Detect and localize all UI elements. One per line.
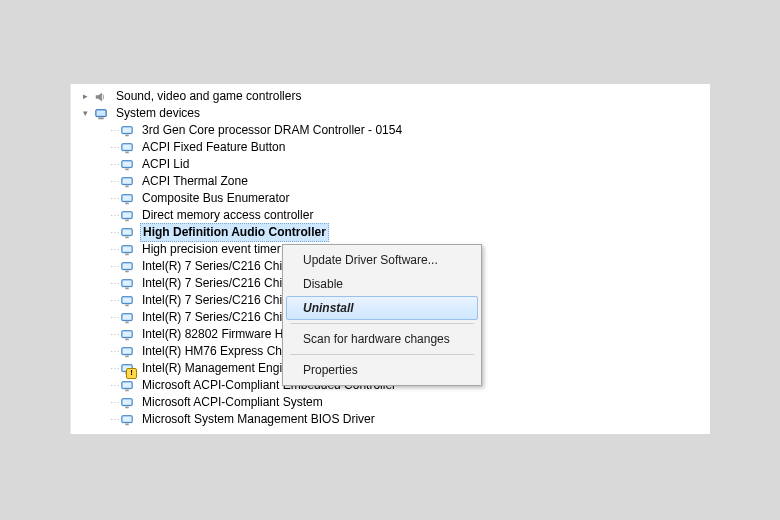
tree-connector: ⋯ [109, 275, 119, 292]
device-icon [119, 378, 135, 394]
svg-rect-19 [123, 212, 132, 217]
menu-item[interactable]: Uninstall [286, 296, 478, 320]
tree-connector: ⋯ [109, 241, 119, 258]
svg-rect-31 [123, 280, 132, 285]
svg-rect-7 [123, 144, 132, 149]
svg-rect-25 [123, 246, 132, 251]
tree-item-label: ACPI Thermal Zone [139, 173, 251, 190]
expander-icon[interactable]: ▸ [79, 91, 91, 103]
tree-connector: ⋯ [109, 411, 119, 428]
tree-item-label: Direct memory access controller [139, 207, 316, 224]
tree-connector: ⋯ [109, 292, 119, 309]
menu-item[interactable]: Scan for hardware changes [286, 327, 478, 351]
device-icon [119, 327, 135, 343]
device-icon [119, 157, 135, 173]
svg-rect-40 [123, 331, 132, 336]
menu-item[interactable]: Update Driver Software... [286, 248, 478, 272]
menu-item[interactable]: Disable [286, 272, 478, 296]
tree-item-label: 3rd Gen Core processor DRAM Controller -… [139, 122, 405, 139]
tree-item-label: System devices [113, 105, 203, 122]
menu-separator [290, 323, 474, 324]
context-menu[interactable]: Update Driver Software...DisableUninstal… [282, 244, 482, 386]
device-icon [119, 276, 135, 292]
tree-item[interactable]: ⋯Microsoft ACPI-Compliant System [71, 394, 710, 411]
tree-item[interactable]: ⋯Microsoft System Management BIOS Driver [71, 411, 710, 428]
svg-rect-35 [125, 304, 129, 306]
tree-connector: ⋯ [109, 394, 119, 411]
tree-item-label: Microsoft System Management BIOS Driver [139, 411, 378, 428]
svg-rect-10 [123, 161, 132, 166]
tree-connector: ⋯ [109, 173, 119, 190]
svg-rect-52 [123, 399, 132, 404]
svg-rect-28 [123, 263, 132, 268]
tree-connector: ⋯ [109, 377, 119, 394]
device-icon [119, 412, 135, 428]
svg-rect-26 [125, 253, 129, 255]
device-icon [119, 123, 135, 139]
tree-item[interactable]: ⋯ACPI Lid [71, 156, 710, 173]
tree-item[interactable]: ⋯Direct memory access controller [71, 207, 710, 224]
svg-rect-32 [125, 287, 129, 289]
svg-rect-50 [125, 389, 129, 391]
tree-connector: ⋯ [109, 207, 119, 224]
svg-rect-41 [125, 338, 129, 340]
tree-item[interactable]: ⋯High Definition Audio Controller [71, 224, 710, 241]
tree-connector: ⋯ [109, 326, 119, 343]
svg-rect-1 [97, 110, 106, 115]
tree-connector: ⋯ [109, 190, 119, 207]
svg-rect-47 [125, 372, 129, 374]
device-icon [119, 140, 135, 156]
svg-rect-44 [125, 355, 129, 357]
svg-rect-37 [123, 314, 132, 319]
svg-rect-17 [125, 202, 129, 204]
device-icon [119, 310, 135, 326]
tree-connector: ⋯ [109, 122, 119, 139]
svg-rect-11 [125, 168, 129, 170]
device-icon [119, 293, 135, 309]
svg-rect-5 [125, 134, 129, 136]
tree-connector: ⋯ [109, 360, 119, 377]
svg-rect-20 [125, 219, 129, 221]
svg-rect-16 [123, 195, 132, 200]
svg-rect-53 [125, 406, 129, 408]
device-icon [119, 242, 135, 258]
device-icon [119, 344, 135, 360]
svg-rect-23 [125, 236, 129, 238]
svg-rect-55 [123, 416, 132, 421]
tree-item[interactable]: ⋯Composite Bus Enumerator [71, 190, 710, 207]
svg-rect-46 [123, 365, 132, 370]
expander-icon[interactable]: ▾ [79, 108, 91, 120]
svg-rect-22 [123, 229, 132, 234]
menu-item[interactable]: Properties [286, 358, 478, 382]
tree-connector: ⋯ [109, 224, 119, 241]
tree-connector: ⋯ [109, 258, 119, 275]
svg-rect-29 [125, 270, 129, 272]
tree-item-label: Microsoft ACPI-Compliant System [139, 394, 326, 411]
device-icon [119, 208, 135, 224]
svg-rect-43 [123, 348, 132, 353]
tree-item-label: Sound, video and game controllers [113, 88, 304, 105]
svg-rect-8 [125, 151, 129, 153]
svg-rect-4 [123, 127, 132, 132]
svg-rect-49 [123, 382, 132, 387]
tree-category[interactable]: ▾System devices [71, 105, 710, 122]
device-icon [119, 361, 135, 377]
computer-icon [93, 106, 109, 122]
tree-category[interactable]: ▸Sound, video and game controllers [71, 88, 710, 105]
tree-item-label: ACPI Lid [139, 156, 192, 173]
tree-connector: ⋯ [109, 139, 119, 156]
tree-item-label: Composite Bus Enumerator [139, 190, 292, 207]
svg-rect-14 [125, 185, 129, 187]
tree-item-label: ACPI Fixed Feature Button [139, 139, 288, 156]
device-icon [119, 395, 135, 411]
tree-item[interactable]: ⋯ACPI Fixed Feature Button [71, 139, 710, 156]
svg-rect-13 [123, 178, 132, 183]
device-icon [119, 174, 135, 190]
menu-separator [290, 354, 474, 355]
tree-connector: ⋯ [109, 343, 119, 360]
svg-rect-56 [125, 423, 129, 425]
svg-rect-2 [98, 117, 103, 119]
tree-item[interactable]: ⋯ACPI Thermal Zone [71, 173, 710, 190]
tree-item[interactable]: ⋯3rd Gen Core processor DRAM Controller … [71, 122, 710, 139]
tree-connector: ⋯ [109, 156, 119, 173]
